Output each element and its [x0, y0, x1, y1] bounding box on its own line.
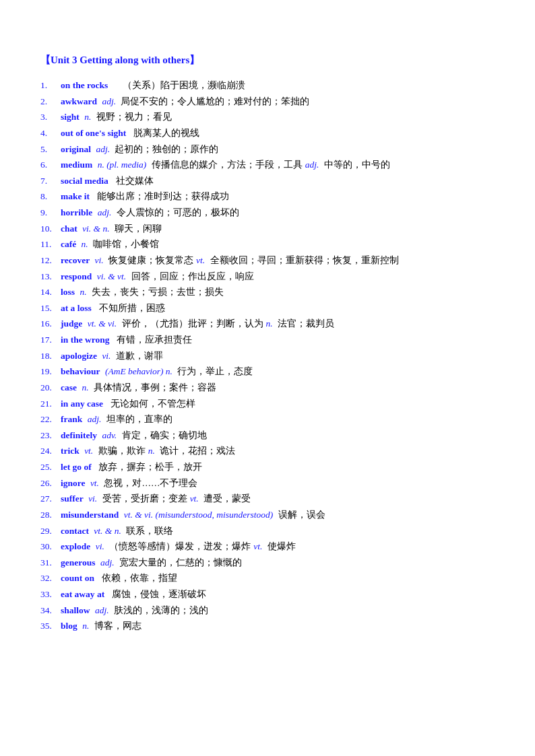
list-item: 12. recover vi. 恢复健康；恢复常态vt. 全额收回；寻回；重新获… — [40, 252, 495, 269]
title-text: Unit 3 Getting along with others — [51, 55, 189, 65]
item-number: 22. — [40, 411, 61, 427]
item-pos: n. — [77, 284, 87, 300]
item-definition: 道歉，谢罪 — [114, 348, 163, 364]
item-definition: 受苦，受折磨；变差 — [100, 491, 187, 507]
item-pos: adj. — [98, 555, 115, 571]
item-pos2: n. — [148, 443, 155, 459]
item-number: 32. — [40, 570, 61, 586]
list-item: 35. blog n. 博客，网志 — [40, 618, 495, 634]
list-item: 5. original adj. 起初的；独创的；原作的 — [40, 141, 495, 158]
page-content: 【Unit 3 Getting along with others】 1. on… — [40, 54, 495, 634]
item-number: 1. — [40, 77, 61, 94]
item-definition: 联系，联络 — [124, 523, 173, 539]
item-pos: n. — [82, 109, 92, 125]
item-definition: （愤怒等感情）爆发，迸发；爆炸 — [107, 539, 251, 555]
item-number: 17. — [40, 332, 61, 348]
list-item: 10. chat vi. & n. 聊天，闲聊 — [40, 221, 495, 237]
list-item: 14. loss n. 失去，丧失；亏损；去世；损失 — [40, 284, 495, 300]
item-number: 19. — [40, 364, 61, 380]
item-definition: 局促不安的；令人尴尬的；难对付的；笨拙的 — [119, 94, 309, 110]
item-pos: n. — [79, 236, 88, 252]
item-number: 29. — [40, 523, 61, 539]
list-item: 28. misunderstand vt. & vi. (misundersto… — [40, 507, 495, 523]
item-phrase: café — [61, 236, 76, 252]
list-item: 22. frank adj. 坦率的，直率的 — [40, 411, 495, 427]
item-phrase: definitely — [61, 427, 97, 444]
item-number: 20. — [40, 380, 61, 396]
item-definition: 依赖，依靠，指望 — [97, 570, 177, 586]
item-number: 8. — [40, 188, 61, 205]
item-definition: 咖啡馆，小餐馆 — [91, 236, 159, 252]
list-item: 11. café n. 咖啡馆，小餐馆 — [40, 236, 495, 252]
item-definition: 能够出席；准时到达；获得成功 — [92, 188, 229, 205]
item-phrase: suffer — [61, 491, 84, 507]
list-item: 13. respond vi. & vt. 回答，回应；作出反应，响应 — [40, 269, 495, 285]
item-number: 18. — [40, 348, 61, 364]
item-number: 10. — [40, 221, 61, 237]
list-item: 26. ignore vt. 忽视，对……不予理会 — [40, 475, 495, 491]
item-pos: vt. & vi. — [85, 316, 117, 332]
item-pos: n. — [80, 618, 90, 634]
item-phrase: misunderstand — [61, 507, 119, 523]
item-number: 27. — [40, 491, 61, 507]
item-number: 4. — [40, 125, 61, 141]
item-number: 2. — [40, 94, 61, 110]
item-phrase: on the rocks — [61, 77, 108, 94]
item-definition2: 中等的，中号的 — [321, 157, 389, 173]
item-definition: （关系）陷于困境，濒临崩溃 — [111, 77, 245, 94]
item-phrase: let go of — [61, 459, 92, 475]
item-number: 28. — [40, 507, 61, 523]
item-phrase: apologize — [61, 348, 97, 364]
item-definition: 肤浅的，浅薄的；浅的 — [112, 603, 208, 619]
item-phrase: judge — [61, 316, 82, 332]
item-definition: 评价，（尤指）批评；判断，认为 — [119, 316, 263, 332]
list-item: 15. at a loss 不知所措，困惑 — [40, 300, 495, 316]
item-definition: 坦率的，直率的 — [104, 411, 172, 427]
item-pos: adv. — [100, 427, 117, 444]
item-pos: vi. & n. — [80, 221, 110, 237]
item-phrase: make it — [61, 188, 90, 205]
list-item: 18. apologize vi. 道歉，谢罪 — [40, 348, 495, 364]
item-definition: 欺骗，欺诈 — [96, 443, 145, 459]
item-definition: 腐蚀，侵蚀，逐渐破坏 — [107, 586, 206, 603]
title-bracket-right: 】 — [189, 55, 199, 65]
item-phrase: in any case — [61, 396, 103, 412]
item-phrase: at a loss — [61, 300, 92, 316]
item-pos2: n. — [266, 316, 273, 332]
list-item: 21. in any case 无论如何，不管怎样 — [40, 396, 495, 412]
item-phrase: eat away at — [61, 586, 104, 603]
list-item: 27. suffer vi. 受苦，受折磨；变差vt. 遭受，蒙受 — [40, 491, 495, 507]
item-number: 25. — [40, 459, 61, 475]
item-number: 13. — [40, 269, 61, 285]
item-number: 6. — [40, 157, 61, 173]
item-definition: 无论如何，不管怎样 — [106, 396, 195, 412]
list-item: 31. generous adj. 宽宏大量的，仁慈的；慷慨的 — [40, 555, 495, 571]
item-pos: vi. — [92, 252, 104, 269]
item-pos2: vt. — [190, 491, 199, 507]
item-definition: 宽宏大量的，仁慈的；慷慨的 — [117, 555, 242, 571]
list-item: 24. trick vt. 欺骗，欺诈n. 诡计，花招；戏法 — [40, 443, 495, 459]
item-pos: vt. — [88, 475, 100, 491]
item-definition: 社交媒体 — [111, 173, 154, 189]
item-definition: 不知所措，困惑 — [94, 300, 165, 316]
list-item: 7. social media 社交媒体 — [40, 173, 495, 189]
item-definition: 忽视，对……不予理会 — [102, 475, 197, 491]
item-pos: vi. — [93, 539, 104, 555]
list-item: 25. let go of 放弃，摒弃；松手，放开 — [40, 459, 495, 475]
item-phrase: out of one's sight — [61, 125, 126, 141]
item-pos: n. — [80, 380, 89, 396]
item-phrase: respond — [61, 269, 92, 285]
item-definition: 肯定，确实；确切地 — [119, 427, 206, 444]
list-item: 16. judge vt. & vi. 评价，（尤指）批评；判断，认为n. 法官… — [40, 316, 495, 332]
item-definition: 传播信息的媒介，方法；手段，工具 — [149, 157, 302, 173]
item-definition2: 诡计，花招；戏法 — [158, 443, 235, 459]
vocabulary-list: 1. on the rocks （关系）陷于困境，濒临崩溃2. awkward … — [40, 77, 495, 634]
item-number: 24. — [40, 443, 61, 459]
item-pos: n. (pl. media) — [95, 157, 146, 173]
list-item: 2. awkward adj. 局促不安的；令人尴尬的；难对付的；笨拙的 — [40, 94, 495, 110]
item-definition: 放弃，摒弃；松手，放开 — [94, 459, 203, 475]
item-phrase: explode — [61, 539, 90, 555]
item-pos2: vt. — [196, 252, 205, 269]
item-pos: adj. — [95, 205, 111, 221]
item-phrase: blog — [61, 618, 77, 634]
